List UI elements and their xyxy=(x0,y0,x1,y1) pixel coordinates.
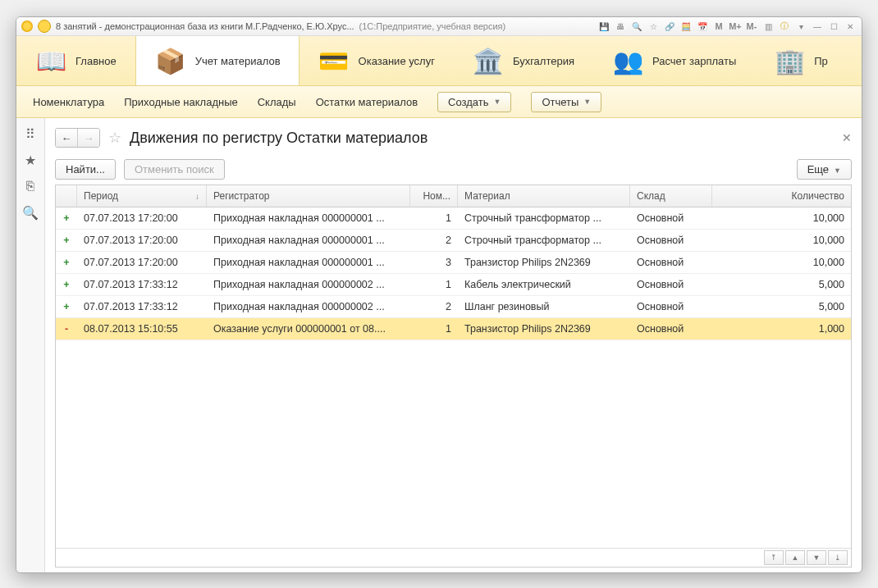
col-registrar[interactable]: Регистратор xyxy=(207,185,410,207)
caret-down-icon: ▼ xyxy=(494,98,501,106)
data-grid: Период↓ Регистратор Ном... Материал Скла… xyxy=(55,185,852,567)
scroll-up-button[interactable]: ▲ xyxy=(785,550,805,565)
cancel-find-button[interactable]: Отменить поиск xyxy=(124,159,225,180)
table-row[interactable]: +07.07.2013 17:33:12Приходная накладная … xyxy=(56,274,851,296)
row-quantity: 1,000 xyxy=(712,318,851,340)
save-icon[interactable]: 💾 xyxy=(597,21,610,32)
maximize-button[interactable]: ☐ xyxy=(827,21,840,32)
more-button[interactable]: Еще▼ xyxy=(797,159,852,180)
commands-bar: НоменклатураПриходные накладныеСкладыОст… xyxy=(16,86,862,118)
close-button[interactable]: ✕ xyxy=(844,21,857,32)
section-icon: 📖 xyxy=(34,44,67,77)
row-quantity: 5,000 xyxy=(712,296,851,317)
section-0[interactable]: 📖Главное xyxy=(16,36,135,85)
table-row[interactable]: +07.07.2013 17:20:00Приходная накладная … xyxy=(56,252,851,274)
page-toolbar: Найти... Отменить поиск Еще▼ xyxy=(55,159,852,180)
section-label: Бухгалтерия xyxy=(513,55,574,67)
section-5[interactable]: 🏢Пр xyxy=(755,36,847,85)
row-period: 08.07.2013 15:10:55 xyxy=(77,318,207,340)
mplus-button[interactable]: M+ xyxy=(729,21,742,32)
col-warehouse[interactable]: Склад xyxy=(630,185,712,207)
star-icon[interactable]: ★ xyxy=(23,153,38,167)
links-icon[interactable]: 🔗 xyxy=(663,21,676,32)
section-2[interactable]: 💳Оказание услуг xyxy=(300,36,454,85)
section-label: Главное xyxy=(75,55,117,67)
row-warehouse: Основной xyxy=(630,274,712,295)
row-number: 3 xyxy=(410,252,458,273)
nav-forward-button[interactable]: → xyxy=(77,129,99,147)
app-dropdown-icon[interactable] xyxy=(38,20,51,33)
find-button[interactable]: Найти... xyxy=(55,159,116,180)
info-icon[interactable]: ⓘ xyxy=(778,21,791,32)
table-row[interactable]: +07.07.2013 17:33:12Приходная накладная … xyxy=(56,296,851,318)
col-period[interactable]: Период↓ xyxy=(77,185,207,207)
calendar-icon[interactable]: 📅 xyxy=(696,21,709,32)
caret-down-icon: ▼ xyxy=(834,166,841,175)
row-registrar: Приходная накладная 000000002 ... xyxy=(207,274,410,295)
col-material[interactable]: Материал xyxy=(458,185,630,207)
panels-icon[interactable]: ▥ xyxy=(761,21,775,32)
row-warehouse: Основной xyxy=(630,207,712,229)
col-number[interactable]: Ном... xyxy=(410,185,458,207)
row-period: 07.07.2013 17:20:00 xyxy=(77,207,207,229)
m-button[interactable]: M xyxy=(712,21,725,32)
body: ⠿ ★ ⎘ 🔍 ← → ☆ Движения по регистру Остат… xyxy=(16,118,862,572)
col-quantity[interactable]: Количество xyxy=(712,185,851,207)
row-registrar: Приходная накладная 000000002 ... xyxy=(207,296,410,317)
scroll-bottom-button[interactable]: ⤓ xyxy=(828,550,848,565)
table-row[interactable]: +07.07.2013 17:20:00Приходная накладная … xyxy=(56,230,851,252)
search-icon[interactable]: 🔍 xyxy=(23,205,38,220)
row-sign-icon: + xyxy=(56,296,77,317)
titlebar-toolbar: 💾 🖶 🔍 ☆ 🔗 🧮 📅 M M+ M- ▥ ⓘ ▾ — ☐ ✕ xyxy=(597,21,857,32)
cmd-link-3[interactable]: Остатки материалов xyxy=(316,96,418,108)
section-1[interactable]: 📦Учет материалов xyxy=(135,36,300,85)
preview-icon[interactable]: 🔍 xyxy=(630,21,643,32)
row-registrar: Приходная накладная 000000001 ... xyxy=(207,207,410,229)
row-registrar: Приходная накладная 000000001 ... xyxy=(207,252,410,273)
table-row[interactable]: +07.07.2013 17:20:00Приходная накладная … xyxy=(56,207,851,230)
favorite-icon[interactable]: ☆ xyxy=(647,21,660,32)
col-sign[interactable] xyxy=(56,185,77,207)
grid-body[interactable]: +07.07.2013 17:20:00Приходная накладная … xyxy=(56,207,851,548)
clipboard-icon[interactable]: ⎘ xyxy=(23,179,38,194)
titlebar: 8 занятий - демонстрационная база из кни… xyxy=(16,17,862,36)
print-icon[interactable]: 🖶 xyxy=(614,21,627,32)
section-icon: 👥 xyxy=(611,44,644,77)
cmd-link-1[interactable]: Приходные накладные xyxy=(124,96,237,108)
cmd-link-2[interactable]: Склады xyxy=(258,96,296,108)
row-registrar: Приходная накладная 000000001 ... xyxy=(207,230,410,251)
section-label: Учет материалов xyxy=(195,55,281,67)
row-material: Кабель электрический xyxy=(458,274,630,295)
scroll-top-button[interactable]: ⤒ xyxy=(764,550,784,565)
app-window: 8 занятий - демонстрационная база из кни… xyxy=(16,16,862,573)
section-icon: 🏢 xyxy=(773,44,806,77)
page-close-button[interactable]: ✕ xyxy=(842,131,852,144)
row-warehouse: Основной xyxy=(630,252,712,273)
section-icon: 🏛️ xyxy=(472,44,505,77)
scroll-down-button[interactable]: ▼ xyxy=(807,550,826,565)
row-quantity: 10,000 xyxy=(712,207,851,229)
grid-footer: ⤒ ▲ ▼ ⤓ xyxy=(56,548,851,567)
table-row[interactable]: -08.07.2013 15:10:55Оказание услуги 0000… xyxy=(56,318,851,340)
favorite-toggle[interactable]: ☆ xyxy=(108,129,121,147)
minimize-button[interactable]: — xyxy=(811,21,824,32)
row-sign-icon: + xyxy=(56,230,77,251)
apps-icon[interactable]: ⠿ xyxy=(23,126,38,141)
cmd-link-0[interactable]: Номенклатура xyxy=(33,96,104,108)
reports-button[interactable]: Отчеты▼ xyxy=(531,92,601,112)
row-warehouse: Основной xyxy=(630,318,712,340)
calc-icon[interactable]: 🧮 xyxy=(679,21,693,32)
create-button[interactable]: Создать▼ xyxy=(437,92,511,112)
row-material: Строчный трансформатор ... xyxy=(458,230,630,251)
app-subtitle: (1С:Предприятие, учебная версия) xyxy=(359,21,506,31)
mminus-button[interactable]: M- xyxy=(745,21,758,32)
grid-header: Период↓ Регистратор Ном... Материал Скла… xyxy=(56,185,851,207)
section-icon: 💳 xyxy=(318,44,350,77)
left-panel: ⠿ ★ ⎘ 🔍 xyxy=(16,118,45,572)
page-header: ← → ☆ Движения по регистру Остатки матер… xyxy=(55,125,852,151)
section-3[interactable]: 🏛️Бухгалтерия xyxy=(454,36,593,85)
nav-back-button[interactable]: ← xyxy=(56,129,77,147)
row-sign-icon: + xyxy=(56,274,77,295)
section-4[interactable]: 👥Расчет зарплаты xyxy=(593,36,755,85)
info-dd-icon[interactable]: ▾ xyxy=(794,21,807,32)
